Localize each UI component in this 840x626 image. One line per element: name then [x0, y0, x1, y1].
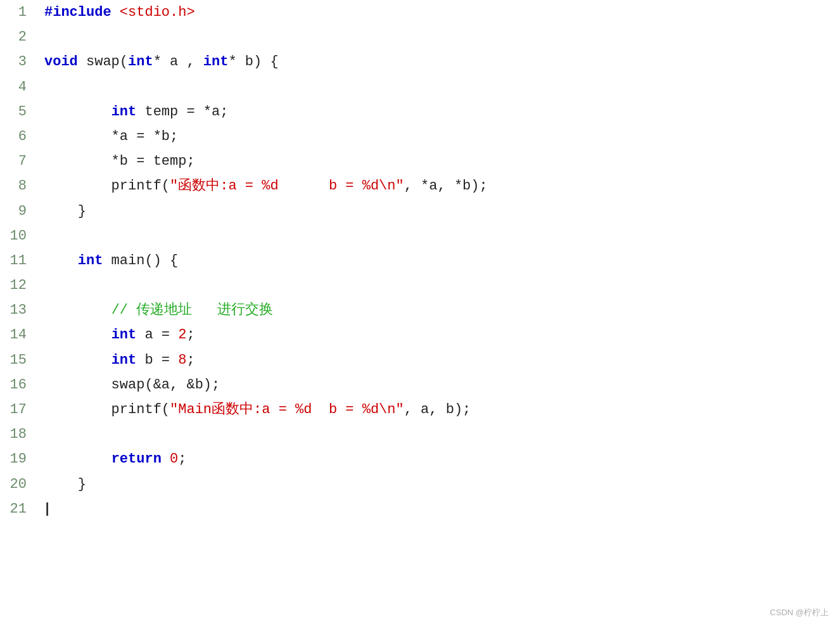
line-number: 15: [0, 348, 38, 373]
line-number: 14: [0, 323, 38, 347]
line-code[interactable]: [38, 497, 840, 521]
line-code[interactable]: printf("Main函数中:a = %d b = %d\n", a, b);: [38, 397, 840, 422]
line-code[interactable]: [38, 273, 840, 298]
line-number: 8: [0, 174, 38, 198]
table-row: 14 int a = 2;: [0, 323, 840, 347]
line-code[interactable]: // 传递地址 进行交换: [38, 298, 840, 323]
line-code[interactable]: *a = *b;: [38, 124, 840, 149]
line-number: 10: [0, 224, 38, 248]
line-code[interactable]: int main() {: [38, 248, 840, 273]
table-row: 16 swap(&a, &b);: [0, 373, 840, 397]
line-number: 3: [0, 49, 38, 74]
table-row: 6 *a = *b;: [0, 124, 840, 149]
line-number: 20: [0, 472, 38, 497]
line-number: 4: [0, 75, 38, 99]
code-table: 1#include <stdio.h>2 3void swap(int* a ,…: [0, 0, 840, 521]
line-number: 13: [0, 298, 38, 323]
table-row: 15 int b = 8;: [0, 348, 840, 373]
line-code[interactable]: return 0;: [38, 447, 840, 471]
line-code[interactable]: int temp = *a;: [38, 99, 840, 124]
watermark-label: CSDN @柠柠上: [770, 607, 829, 618]
line-number: 2: [0, 25, 38, 49]
line-number: 16: [0, 373, 38, 397]
line-code[interactable]: [38, 422, 840, 447]
line-code[interactable]: swap(&a, &b);: [38, 373, 840, 397]
table-row: 3void swap(int* a , int* b) {: [0, 49, 840, 74]
line-code[interactable]: int b = 8;: [38, 348, 840, 373]
table-row: 5 int temp = *a;: [0, 99, 840, 124]
table-row: 13 // 传递地址 进行交换: [0, 298, 840, 323]
table-row: 19 return 0;: [0, 447, 840, 471]
line-code[interactable]: #include <stdio.h>: [38, 0, 840, 25]
line-code[interactable]: [38, 75, 840, 99]
line-number: 5: [0, 99, 38, 124]
table-row: 20 }: [0, 472, 840, 497]
line-number: 11: [0, 248, 38, 273]
line-number: 21: [0, 497, 38, 521]
table-row: 8 printf("函数中:a = %d b = %d\n", *a, *b);: [0, 174, 840, 198]
line-code[interactable]: printf("函数中:a = %d b = %d\n", *a, *b);: [38, 174, 840, 198]
line-code[interactable]: void swap(int* a , int* b) {: [38, 49, 840, 74]
line-code[interactable]: [38, 25, 840, 49]
table-row: 18: [0, 422, 840, 447]
table-row: 2: [0, 25, 840, 49]
line-number: 6: [0, 124, 38, 149]
table-row: 4: [0, 75, 840, 99]
line-code[interactable]: *b = temp;: [38, 149, 840, 174]
line-number: 17: [0, 397, 38, 422]
table-row: 11 int main() {: [0, 248, 840, 273]
table-row: 1#include <stdio.h>: [0, 0, 840, 25]
table-row: 10: [0, 224, 840, 248]
table-row: 7 *b = temp;: [0, 149, 840, 174]
line-number: 7: [0, 149, 38, 174]
table-row: 12: [0, 273, 840, 298]
table-row: 9 }: [0, 199, 840, 224]
code-editor: 1#include <stdio.h>2 3void swap(int* a ,…: [0, 0, 840, 626]
line-number: 18: [0, 422, 38, 447]
line-code[interactable]: }: [38, 199, 840, 224]
line-code[interactable]: }: [38, 472, 840, 497]
line-number: 1: [0, 0, 38, 25]
line-code[interactable]: [38, 224, 840, 248]
line-code[interactable]: int a = 2;: [38, 323, 840, 347]
line-number: 9: [0, 199, 38, 224]
table-row: 21: [0, 497, 840, 521]
line-number: 19: [0, 447, 38, 471]
line-number: 12: [0, 273, 38, 298]
table-row: 17 printf("Main函数中:a = %d b = %d\n", a, …: [0, 397, 840, 422]
